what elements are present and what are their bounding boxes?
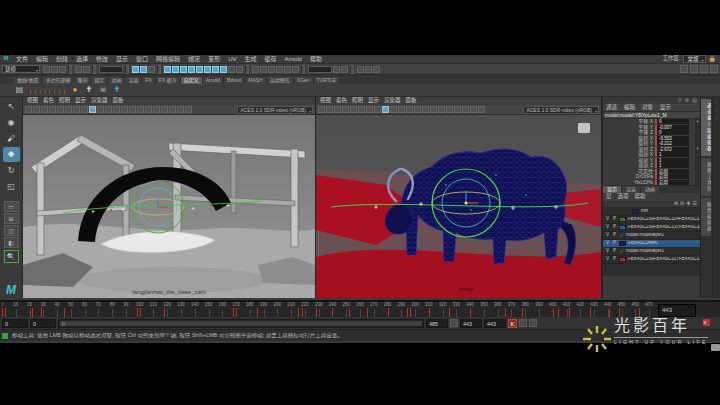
shelf-item-icon[interactable]: ✝ xyxy=(84,85,95,96)
time-slider[interactable]: 0102030405060708090100110120130140150160… xyxy=(0,300,720,317)
channel-value-field[interactable]: 0 xyxy=(655,119,689,124)
panel-header-icon[interactable]: ▤ xyxy=(692,98,697,104)
menu-item[interactable]: 窗口 xyxy=(132,56,152,62)
viewport-toolbar-icon[interactable] xyxy=(438,106,445,113)
layer-row[interactable]: V P ⟋ model:modellayer2 xyxy=(603,232,700,240)
channel-box-menu-item[interactable]: 编辑 xyxy=(621,105,638,111)
strip-icon[interactable]: ▫ xyxy=(716,109,717,113)
channel-value-field[interactable]: -2.672 xyxy=(655,147,689,152)
channel-box-menu-item[interactable]: 显示 xyxy=(657,105,674,111)
shelf-tab[interactable]: TURTLE xyxy=(314,77,340,84)
sidebar-vertical-tab[interactable]: 建模工具包 xyxy=(701,158,711,196)
channel-value-field[interactable]: -0.503 xyxy=(655,136,689,141)
colorspace-selector[interactable]: ACES 1.0 SDR-video (sRGB) xyxy=(523,106,599,114)
layer-name[interactable]: FBXASC239FBXASC114FBXASC178FBXASC239FBXS xyxy=(627,217,700,222)
workspace-selector[interactable]: 常规 xyxy=(683,55,705,63)
viewport-toolbar-icon[interactable] xyxy=(25,106,32,113)
viewport-toolbar-icon[interactable] xyxy=(137,106,144,113)
viewport-toolbar-icon[interactable] xyxy=(318,106,325,113)
toolbox-tool[interactable]: ↖ xyxy=(3,99,20,114)
status-icon[interactable] xyxy=(51,66,58,73)
viewport-toolbar-icon[interactable] xyxy=(406,106,413,113)
range-slider[interactable]: 0 xyxy=(58,319,424,328)
viewport-toolbar-icon[interactable] xyxy=(129,106,136,113)
status-icon[interactable] xyxy=(260,66,267,73)
layer-editor-tab[interactable]: 动画 xyxy=(641,186,660,193)
layer-playback-toggle[interactable]: P xyxy=(611,233,618,238)
shelf-tab[interactable]: Arnold xyxy=(203,77,224,84)
layer-editor-icon[interactable]: ⊞ xyxy=(674,201,678,207)
toolbox-tool[interactable]: 🖌 xyxy=(3,131,20,146)
layer-playback-toggle[interactable]: P xyxy=(611,225,618,230)
status-icon[interactable] xyxy=(83,66,90,73)
menu-item[interactable]: 网格编辑 xyxy=(152,56,184,62)
playback-end-field[interactable]: 485 xyxy=(426,319,448,328)
viewport-toolbar-icon[interactable] xyxy=(73,106,80,113)
channel-box-menu-item[interactable]: 通道 xyxy=(603,105,620,111)
status-icon[interactable] xyxy=(228,66,235,73)
tool-settings-icon[interactable] xyxy=(690,65,698,73)
layer-name[interactable]: FBXASC239FBXASC117FBXASC176FBXASC239FBXS xyxy=(627,257,700,262)
scene-persp-view[interactable]: persp xyxy=(316,115,601,298)
toolbox-tool[interactable]: ◉ xyxy=(3,115,20,130)
status-icon[interactable] xyxy=(373,66,380,73)
shelf-item-icon[interactable]: ▤ xyxy=(14,85,25,96)
menu-item[interactable]: UV xyxy=(224,56,240,62)
viewport-toolbar-icon[interactable] xyxy=(374,106,381,113)
layer-color-swatch[interactable] xyxy=(619,217,626,222)
auto-keyframe-toggle[interactable]: K xyxy=(508,319,517,328)
viewport-menu-item[interactable]: 照明 xyxy=(350,98,365,104)
status-icon[interactable] xyxy=(236,66,243,73)
viewport-toolbar-icon[interactable] xyxy=(81,106,88,113)
status-icon[interactable] xyxy=(196,66,203,73)
shelf-tab[interactable]: MASH xyxy=(245,77,266,84)
status-icon[interactable] xyxy=(188,66,195,73)
shelf-tab[interactable]: 多边形建模 xyxy=(42,77,74,84)
channel-value-field[interactable]: 1 xyxy=(655,152,689,157)
shelf-tab[interactable]: 渲染 xyxy=(125,77,142,84)
shelf-tab[interactable]: 绑定 xyxy=(91,77,108,84)
layer-row[interactable]: V P FBXASC048Ki xyxy=(603,240,700,248)
channel-value-field[interactable]: 0 xyxy=(655,130,689,135)
viewport-toolbar-icon[interactable] xyxy=(65,106,72,113)
menu-item[interactable]: 修改 xyxy=(92,56,112,62)
layer-color-swatch[interactable] xyxy=(632,209,639,214)
sidebar-vertical-tab[interactable]: 属性编辑器 xyxy=(701,198,711,236)
viewport-toolbar-icon[interactable] xyxy=(358,106,365,113)
viewport-toolbar-icon[interactable] xyxy=(49,106,56,113)
status-icon[interactable] xyxy=(132,66,139,73)
status-icon[interactable] xyxy=(284,66,291,73)
viewport-toolbar-icon[interactable] xyxy=(105,106,112,113)
layer-name[interactable]: FBXASC048Ki xyxy=(627,241,658,246)
clipboard-icon[interactable] xyxy=(450,319,458,327)
layer-editor-icon[interactable]: ☰ xyxy=(693,201,697,207)
viewport-menu-item[interactable]: 着色 xyxy=(41,98,56,104)
strip-icon[interactable]: ▫ xyxy=(716,117,717,121)
strip-icon[interactable]: ▫ xyxy=(716,101,717,105)
channel-value-field[interactable]: -0.212 xyxy=(655,141,689,146)
menu-item[interactable]: 生成 xyxy=(241,56,261,62)
layer-visibility-toggle[interactable]: V xyxy=(604,241,611,246)
layer-playback-toggle[interactable]: P xyxy=(611,241,618,246)
viewport-toolbar-icon[interactable] xyxy=(350,106,357,113)
status-icon[interactable] xyxy=(341,66,348,73)
viewport-menu-item[interactable]: 显示 xyxy=(73,98,88,104)
status-icon[interactable] xyxy=(333,66,340,73)
layer-row[interactable]: V P FBXASC239FBXASC114FBXASC178FBXASC239… xyxy=(603,216,700,224)
layout-button[interactable]: ◧ xyxy=(4,237,19,248)
shelf-tab[interactable]: 自定义 xyxy=(181,77,203,84)
viewport-toolbar-icon[interactable] xyxy=(41,106,48,113)
viewport-toolbar-icon[interactable] xyxy=(462,106,469,113)
shelf-tab[interactable]: 雕刻 xyxy=(74,77,91,84)
status-icon[interactable] xyxy=(140,66,147,73)
menu-item[interactable]: 编辑 xyxy=(32,56,52,62)
viewport-toolbar-icon[interactable] xyxy=(446,106,453,113)
layer-playback-toggle[interactable]: P xyxy=(611,249,618,254)
status-icon[interactable] xyxy=(212,66,219,73)
status-icon[interactable] xyxy=(276,66,283,73)
playback-start-field[interactable]: 0 xyxy=(30,319,56,328)
viewport-toolbar-icon[interactable] xyxy=(430,106,437,113)
viewport-toolbar-icon[interactable] xyxy=(153,106,160,113)
viewport-toolbar-icon[interactable] xyxy=(334,106,341,113)
layer-color-swatch[interactable] xyxy=(619,241,626,246)
